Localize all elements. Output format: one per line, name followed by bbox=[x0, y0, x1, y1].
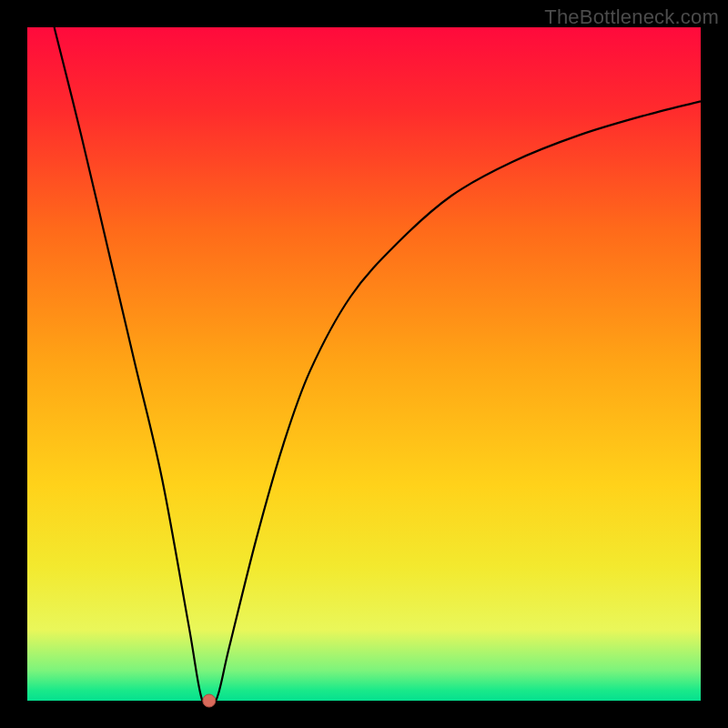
chart-svg bbox=[0, 0, 728, 728]
watermark-text: TheBottleneck.com bbox=[544, 5, 719, 29]
minimum-marker bbox=[203, 694, 216, 707]
chart-stage: TheBottleneck.com bbox=[0, 0, 728, 728]
